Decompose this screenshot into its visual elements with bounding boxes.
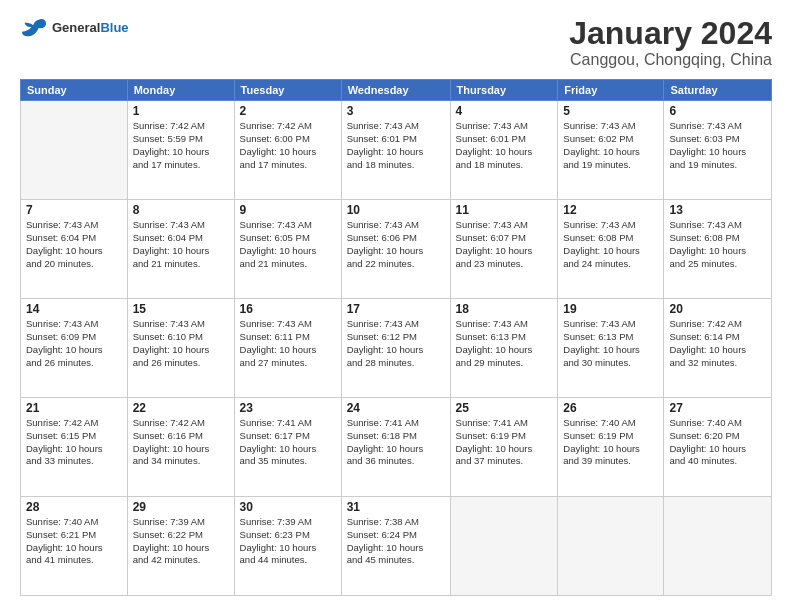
table-row — [664, 497, 772, 596]
day-info: Sunrise: 7:43 AM Sunset: 6:01 PM Dayligh… — [347, 120, 445, 171]
table-row: 25Sunrise: 7:41 AM Sunset: 6:19 PM Dayli… — [450, 398, 558, 497]
day-number: 6 — [669, 104, 766, 118]
day-number: 8 — [133, 203, 229, 217]
table-row: 9Sunrise: 7:43 AM Sunset: 6:05 PM Daylig… — [234, 200, 341, 299]
day-number: 14 — [26, 302, 122, 316]
table-row: 18Sunrise: 7:43 AM Sunset: 6:13 PM Dayli… — [450, 299, 558, 398]
table-row: 11Sunrise: 7:43 AM Sunset: 6:07 PM Dayli… — [450, 200, 558, 299]
table-row: 27Sunrise: 7:40 AM Sunset: 6:20 PM Dayli… — [664, 398, 772, 497]
table-row: 15Sunrise: 7:43 AM Sunset: 6:10 PM Dayli… — [127, 299, 234, 398]
day-info: Sunrise: 7:43 AM Sunset: 6:04 PM Dayligh… — [133, 219, 229, 270]
day-info: Sunrise: 7:40 AM Sunset: 6:19 PM Dayligh… — [563, 417, 658, 468]
table-row: 28Sunrise: 7:40 AM Sunset: 6:21 PM Dayli… — [21, 497, 128, 596]
day-info: Sunrise: 7:43 AM Sunset: 6:10 PM Dayligh… — [133, 318, 229, 369]
day-info: Sunrise: 7:42 AM Sunset: 6:16 PM Dayligh… — [133, 417, 229, 468]
table-row: 12Sunrise: 7:43 AM Sunset: 6:08 PM Dayli… — [558, 200, 664, 299]
day-info: Sunrise: 7:43 AM Sunset: 6:08 PM Dayligh… — [669, 219, 766, 270]
day-info: Sunrise: 7:43 AM Sunset: 6:11 PM Dayligh… — [240, 318, 336, 369]
day-number: 26 — [563, 401, 658, 415]
calendar-week-1: 1Sunrise: 7:42 AM Sunset: 5:59 PM Daylig… — [21, 101, 772, 200]
day-info: Sunrise: 7:42 AM Sunset: 6:00 PM Dayligh… — [240, 120, 336, 171]
day-number: 5 — [563, 104, 658, 118]
day-info: Sunrise: 7:43 AM Sunset: 6:08 PM Dayligh… — [563, 219, 658, 270]
day-info: Sunrise: 7:43 AM Sunset: 6:09 PM Dayligh… — [26, 318, 122, 369]
day-number: 29 — [133, 500, 229, 514]
table-row: 22Sunrise: 7:42 AM Sunset: 6:16 PM Dayli… — [127, 398, 234, 497]
day-info: Sunrise: 7:42 AM Sunset: 6:14 PM Dayligh… — [669, 318, 766, 369]
day-number: 22 — [133, 401, 229, 415]
table-row — [21, 101, 128, 200]
day-info: Sunrise: 7:39 AM Sunset: 6:22 PM Dayligh… — [133, 516, 229, 567]
day-info: Sunrise: 7:43 AM Sunset: 6:13 PM Dayligh… — [563, 318, 658, 369]
table-row: 20Sunrise: 7:42 AM Sunset: 6:14 PM Dayli… — [664, 299, 772, 398]
col-saturday: Saturday — [664, 80, 772, 101]
table-row: 8Sunrise: 7:43 AM Sunset: 6:04 PM Daylig… — [127, 200, 234, 299]
day-number: 28 — [26, 500, 122, 514]
page: GeneralBlue January 2024 Canggou, Chongq… — [0, 0, 792, 612]
day-number: 10 — [347, 203, 445, 217]
day-info: Sunrise: 7:40 AM Sunset: 6:20 PM Dayligh… — [669, 417, 766, 468]
day-number: 4 — [456, 104, 553, 118]
day-info: Sunrise: 7:39 AM Sunset: 6:23 PM Dayligh… — [240, 516, 336, 567]
calendar-week-2: 7Sunrise: 7:43 AM Sunset: 6:04 PM Daylig… — [21, 200, 772, 299]
day-number: 18 — [456, 302, 553, 316]
day-number: 17 — [347, 302, 445, 316]
day-info: Sunrise: 7:43 AM Sunset: 6:06 PM Dayligh… — [347, 219, 445, 270]
calendar-week-5: 28Sunrise: 7:40 AM Sunset: 6:21 PM Dayli… — [21, 497, 772, 596]
day-info: Sunrise: 7:43 AM Sunset: 6:04 PM Dayligh… — [26, 219, 122, 270]
day-info: Sunrise: 7:43 AM Sunset: 6:07 PM Dayligh… — [456, 219, 553, 270]
calendar-week-3: 14Sunrise: 7:43 AM Sunset: 6:09 PM Dayli… — [21, 299, 772, 398]
day-number: 27 — [669, 401, 766, 415]
day-number: 15 — [133, 302, 229, 316]
day-info: Sunrise: 7:43 AM Sunset: 6:01 PM Dayligh… — [456, 120, 553, 171]
logo-icon — [20, 16, 48, 40]
day-info: Sunrise: 7:43 AM Sunset: 6:02 PM Dayligh… — [563, 120, 658, 171]
day-number: 11 — [456, 203, 553, 217]
table-row: 21Sunrise: 7:42 AM Sunset: 6:15 PM Dayli… — [21, 398, 128, 497]
location: Canggou, Chongqing, China — [569, 51, 772, 69]
day-number: 1 — [133, 104, 229, 118]
col-sunday: Sunday — [21, 80, 128, 101]
table-row: 24Sunrise: 7:41 AM Sunset: 6:18 PM Dayli… — [341, 398, 450, 497]
day-number: 2 — [240, 104, 336, 118]
day-info: Sunrise: 7:43 AM Sunset: 6:03 PM Dayligh… — [669, 120, 766, 171]
day-info: Sunrise: 7:41 AM Sunset: 6:19 PM Dayligh… — [456, 417, 553, 468]
day-info: Sunrise: 7:40 AM Sunset: 6:21 PM Dayligh… — [26, 516, 122, 567]
table-row: 17Sunrise: 7:43 AM Sunset: 6:12 PM Dayli… — [341, 299, 450, 398]
table-row: 3Sunrise: 7:43 AM Sunset: 6:01 PM Daylig… — [341, 101, 450, 200]
col-thursday: Thursday — [450, 80, 558, 101]
table-row: 29Sunrise: 7:39 AM Sunset: 6:22 PM Dayli… — [127, 497, 234, 596]
day-info: Sunrise: 7:43 AM Sunset: 6:12 PM Dayligh… — [347, 318, 445, 369]
day-info: Sunrise: 7:42 AM Sunset: 5:59 PM Dayligh… — [133, 120, 229, 171]
day-number: 21 — [26, 401, 122, 415]
table-row: 14Sunrise: 7:43 AM Sunset: 6:09 PM Dayli… — [21, 299, 128, 398]
table-row: 1Sunrise: 7:42 AM Sunset: 5:59 PM Daylig… — [127, 101, 234, 200]
table-row: 4Sunrise: 7:43 AM Sunset: 6:01 PM Daylig… — [450, 101, 558, 200]
col-friday: Friday — [558, 80, 664, 101]
month-title: January 2024 — [569, 16, 772, 51]
table-row: 31Sunrise: 7:38 AM Sunset: 6:24 PM Dayli… — [341, 497, 450, 596]
day-info: Sunrise: 7:42 AM Sunset: 6:15 PM Dayligh… — [26, 417, 122, 468]
logo-text: GeneralBlue — [52, 20, 129, 36]
table-row — [450, 497, 558, 596]
table-row: 10Sunrise: 7:43 AM Sunset: 6:06 PM Dayli… — [341, 200, 450, 299]
day-number: 31 — [347, 500, 445, 514]
day-info: Sunrise: 7:41 AM Sunset: 6:18 PM Dayligh… — [347, 417, 445, 468]
day-number: 12 — [563, 203, 658, 217]
day-number: 16 — [240, 302, 336, 316]
day-number: 23 — [240, 401, 336, 415]
day-number: 9 — [240, 203, 336, 217]
table-row: 7Sunrise: 7:43 AM Sunset: 6:04 PM Daylig… — [21, 200, 128, 299]
day-info: Sunrise: 7:41 AM Sunset: 6:17 PM Dayligh… — [240, 417, 336, 468]
header: GeneralBlue January 2024 Canggou, Chongq… — [20, 16, 772, 69]
day-info: Sunrise: 7:43 AM Sunset: 6:05 PM Dayligh… — [240, 219, 336, 270]
table-row: 5Sunrise: 7:43 AM Sunset: 6:02 PM Daylig… — [558, 101, 664, 200]
day-number: 7 — [26, 203, 122, 217]
day-number: 13 — [669, 203, 766, 217]
col-monday: Monday — [127, 80, 234, 101]
day-info: Sunrise: 7:38 AM Sunset: 6:24 PM Dayligh… — [347, 516, 445, 567]
table-row: 13Sunrise: 7:43 AM Sunset: 6:08 PM Dayli… — [664, 200, 772, 299]
calendar-header-row: Sunday Monday Tuesday Wednesday Thursday… — [21, 80, 772, 101]
table-row: 26Sunrise: 7:40 AM Sunset: 6:19 PM Dayli… — [558, 398, 664, 497]
day-number: 30 — [240, 500, 336, 514]
